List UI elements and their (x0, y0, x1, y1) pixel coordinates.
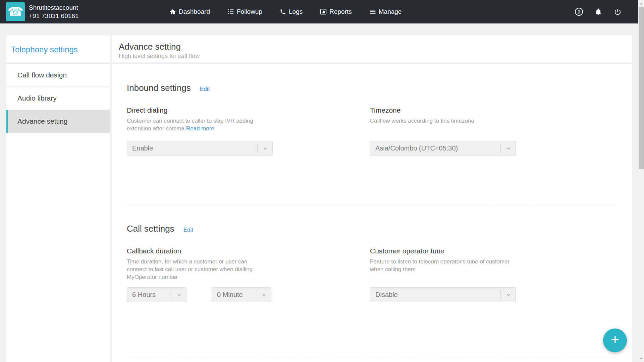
hamburger-menu-icon (369, 8, 376, 15)
section-call-settings: Call settings Edit Callback duration Tim… (127, 222, 615, 302)
section-divider (127, 205, 615, 205)
nav-label: Followup (237, 8, 262, 15)
select-value: Enable (127, 144, 153, 152)
chevron-down-icon (263, 146, 268, 151)
nav-label: Logs (289, 8, 303, 15)
direct-dialing-select[interactable]: Enable (127, 141, 273, 156)
callback-duration-selects: 6 Hours 0 Minute (127, 282, 288, 302)
sidebar-item-audio-library[interactable]: Audio library (6, 87, 110, 110)
sidebar-item-label: Audio library (17, 94, 57, 102)
select-separator (500, 291, 501, 299)
sidebar-item-call-flow-design[interactable]: Call flow design (6, 64, 110, 87)
add-button[interactable]: + (603, 328, 627, 352)
plus-icon: + (611, 332, 620, 347)
callback-minutes-select[interactable]: 0 Minute (212, 287, 271, 302)
field-label: Timezone (370, 106, 531, 115)
edit-inbound-settings-link[interactable]: Edit (200, 86, 210, 93)
brand-block[interactable]: ☎ Shrutitestaccount +91 73031 60161 (0, 0, 78, 23)
nav-item-logs[interactable]: Logs (280, 8, 303, 15)
vertical-scrollbar: ▲ ▼ (638, 0, 644, 362)
fields-row: Direct dialing Customer can connect to c… (127, 106, 615, 156)
select-separator (257, 144, 258, 153)
section-inbound-settings: Inbound settings Edit Direct dialing Cus… (127, 81, 615, 156)
nav-item-dashboard[interactable]: Dashboard (169, 8, 210, 15)
section-divider (127, 357, 615, 357)
field-label: Callback duration (127, 246, 288, 256)
help-icon: ? (575, 8, 583, 16)
logout-button[interactable] (614, 8, 622, 16)
chevron-down-icon (176, 292, 182, 298)
bar-chart-icon (320, 8, 327, 15)
chevron-down-icon (261, 292, 267, 298)
section-head: Call settings Edit (127, 222, 615, 235)
bell-icon (594, 8, 602, 16)
sidebar-item-label: Advance setting (17, 117, 67, 125)
page-header: Advance setting High level settings for … (112, 36, 632, 64)
field-direct-dialing: Direct dialing Customer can connect to c… (127, 106, 288, 156)
notifications-button[interactable] (594, 8, 602, 16)
main-nav: Dashboard Followup Logs Reports Manage (169, 0, 401, 23)
section-title: Inbound settings (127, 81, 191, 94)
fields-row: Callback duration Time duration, for whi… (127, 246, 615, 302)
field-description: Feature to listen to telecom operator's … (370, 258, 524, 282)
sidebar-title: Telephony settings (6, 36, 110, 64)
select-value: 6 Hours (127, 291, 156, 299)
settings-sidebar: Telephony settings Call flow design Audi… (6, 36, 110, 362)
nav-item-manage[interactable]: Manage (369, 8, 402, 15)
account-info: Shrutitestaccount +91 73031 60161 (29, 3, 78, 20)
read-more-link[interactable]: Read more (186, 125, 214, 132)
field-description: Time duration, for which a customer or u… (127, 258, 266, 282)
field-label: Direct dialing (127, 106, 288, 115)
nav-label: Manage (379, 8, 402, 15)
field-timezone: Timezone Callflow works according to thi… (370, 106, 531, 156)
scroll-down-arrow[interactable]: ▼ (638, 356, 644, 361)
sidebar-item-advance-setting[interactable]: Advance setting (6, 110, 110, 133)
app-logo-phone-icon: ☎ (6, 2, 25, 21)
navbar-actions: ? (575, 0, 622, 23)
callback-hours-select[interactable]: 6 Hours (127, 287, 186, 302)
select-separator (171, 291, 171, 299)
nav-label: Reports (329, 8, 352, 15)
home-icon (169, 8, 176, 15)
top-navbar: ☎ Shrutitestaccount +91 73031 60161 Dash… (0, 0, 638, 23)
page-subtitle: High level settings for call flow (119, 52, 624, 60)
chevron-down-icon (506, 146, 511, 151)
nav-item-followup[interactable]: Followup (227, 8, 262, 15)
account-phone: +91 73031 60161 (29, 12, 78, 20)
list-check-icon (227, 8, 234, 15)
field-description: Callflow works according to this timezon… (370, 117, 524, 135)
chevron-down-icon (506, 292, 511, 298)
timezone-select[interactable]: Asia/Colombo (UTC+05:30) (370, 141, 516, 156)
page-title: Advance setting (119, 41, 624, 52)
scroll-up-arrow[interactable]: ▲ (638, 1, 644, 6)
edit-call-settings-link[interactable]: Edit (183, 227, 193, 233)
select-value: Asia/Colombo (UTC+05:30) (370, 144, 458, 152)
main-content: Advance setting High level settings for … (112, 36, 632, 362)
section-title: Call settings (127, 222, 174, 235)
scrollbar-thumb[interactable] (639, 7, 644, 169)
customer-operator-tune-select[interactable]: Disable (370, 287, 516, 302)
account-name: Shrutitestaccount (29, 3, 78, 12)
field-customer-operator-tune: Customer operator tune Feature to listen… (370, 246, 531, 302)
section-head: Inbound settings Edit (127, 81, 615, 94)
select-value: Disable (370, 291, 398, 299)
field-description: Customer can connect to caller to skip I… (127, 117, 266, 135)
phone-receiver-icon (280, 9, 286, 15)
power-icon (614, 8, 622, 16)
field-callback-duration: Callback duration Time duration, for whi… (127, 246, 288, 302)
field-label: Customer operator tune (370, 246, 531, 256)
select-separator (500, 144, 501, 153)
phone-glyph: ☎ (7, 5, 23, 18)
select-value: 0 Minute (212, 291, 243, 299)
nav-item-reports[interactable]: Reports (320, 8, 352, 15)
sidebar-item-label: Call flow design (17, 71, 67, 79)
help-button[interactable]: ? (575, 8, 583, 16)
select-separator (256, 291, 256, 299)
nav-label: Dashboard (179, 8, 210, 15)
